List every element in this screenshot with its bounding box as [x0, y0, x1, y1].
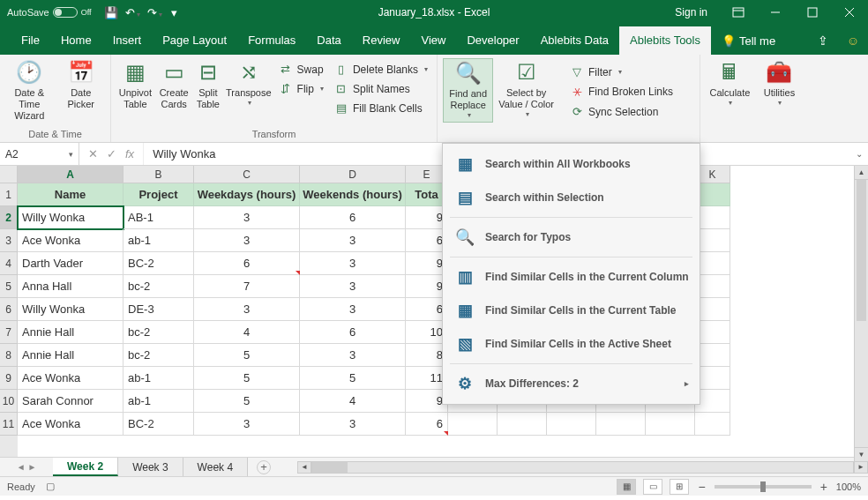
cell[interactable]	[695, 321, 730, 344]
autosave-control[interactable]: AutoSave Off	[0, 7, 99, 18]
cell[interactable]	[695, 206, 730, 229]
cell[interactable]: 5	[300, 367, 406, 390]
cell[interactable]	[498, 413, 547, 436]
dd-similar-active-sheet[interactable]: ▧Find Similar Cells in the Active Sheet	[443, 327, 700, 361]
header-cell[interactable]: Weekends (hours)	[300, 183, 406, 206]
cancel-icon[interactable]: ✕	[88, 147, 98, 160]
header-cell[interactable]	[695, 183, 730, 206]
macro-record-icon[interactable]: ▢	[46, 481, 55, 492]
cell[interactable]	[695, 275, 730, 298]
cell[interactable]: 3	[194, 206, 300, 229]
dd-max-differences[interactable]: ⚙Max Differences: 2▸	[443, 367, 700, 400]
vscroll-thumb[interactable]	[857, 180, 866, 321]
dd-search-all-workbooks[interactable]: ▦Search within All Workbooks	[443, 147, 700, 181]
cell[interactable]	[547, 413, 596, 436]
cell[interactable]: bc-2	[123, 321, 194, 344]
cell[interactable]	[596, 413, 646, 436]
cell[interactable]: Sarah Connor	[18, 390, 123, 413]
zoom-out-button[interactable]: −	[696, 480, 707, 494]
hscroll-right-icon[interactable]: ►	[854, 461, 868, 474]
cell[interactable]: bc-2	[123, 275, 194, 298]
cell[interactable]: 5	[194, 367, 300, 390]
vscroll-up-icon[interactable]: ▲	[855, 166, 868, 180]
cell[interactable]: DE-3	[123, 298, 194, 321]
hscroll-track[interactable]	[311, 461, 854, 474]
flip-button[interactable]: ⇵Flip▾	[275, 80, 327, 97]
cell[interactable]: 6	[194, 252, 300, 275]
smiley-icon[interactable]: ☺	[838, 26, 868, 55]
row-header-5[interactable]: 5	[0, 275, 18, 298]
share-icon[interactable]: ⇪	[808, 26, 838, 55]
cell[interactable]: 3	[300, 275, 406, 298]
split-names-button[interactable]: ⊡Split Names	[331, 80, 431, 97]
cell[interactable]: 4	[300, 390, 406, 413]
cell[interactable]: BC-2	[123, 252, 194, 275]
row-header-7[interactable]: 7	[0, 321, 18, 344]
cell[interactable]: 5	[194, 344, 300, 367]
close-button[interactable]	[831, 0, 868, 25]
select-by-value-color-button[interactable]: ☑Select by Value / Color▾	[497, 58, 556, 121]
vertical-scrollbar[interactable]: ▲ ▼	[854, 166, 868, 461]
swap-button[interactable]: ⇄Swap	[275, 61, 327, 78]
tab-insert[interactable]: Insert	[102, 26, 153, 55]
cell[interactable]: BC-2	[123, 413, 194, 436]
fx-icon[interactable]: fx	[125, 147, 134, 160]
autosave-toggle[interactable]	[53, 7, 78, 18]
row-header-6[interactable]: 6	[0, 298, 18, 321]
cell[interactable]: 3	[300, 298, 406, 321]
cell[interactable]: 3	[300, 229, 406, 252]
unpivot-table-button[interactable]: ▦Unpivot Table	[116, 58, 154, 112]
cell[interactable]: Ace Wonka	[18, 413, 123, 436]
cell[interactable]: Willy Wonka	[18, 298, 123, 321]
sheet-tab-week-2[interactable]: Week 2	[53, 458, 118, 476]
vscroll-down-icon[interactable]: ▼	[855, 447, 868, 461]
cell[interactable]: 3	[194, 413, 300, 436]
cell[interactable]	[695, 367, 730, 390]
create-cards-button[interactable]: ▭Create Cards	[158, 58, 191, 112]
tab-ablebits-data[interactable]: Ablebits Data	[530, 26, 619, 55]
sign-in-link[interactable]: Sign in	[662, 6, 720, 19]
cell[interactable]: 3	[300, 413, 406, 436]
cell[interactable]: 3	[194, 229, 300, 252]
cell[interactable]	[646, 413, 695, 436]
row-header-2[interactable]: 2	[0, 206, 18, 229]
tab-data[interactable]: Data	[306, 26, 351, 55]
page-break-view-button[interactable]: ⊞	[670, 479, 689, 495]
tab-ablebits-tools[interactable]: Ablebits Tools	[619, 26, 711, 55]
cell[interactable]: Anna Hall	[18, 275, 123, 298]
dd-search-within-selection[interactable]: ▤Search within Selection	[443, 181, 700, 214]
name-box-dropdown-icon[interactable]: ▾	[69, 150, 73, 159]
utilities-button[interactable]: 🧰Utilities▾	[758, 58, 801, 109]
cell[interactable]: 6	[406, 413, 448, 436]
cell[interactable]	[695, 252, 730, 275]
cell[interactable]: ab-1	[123, 390, 194, 413]
page-layout-view-button[interactable]: ▭	[643, 479, 662, 495]
date-picker-button[interactable]: 📅Date Picker	[57, 58, 106, 112]
column-header-B[interactable]: B	[123, 166, 194, 183]
maximize-button[interactable]	[794, 0, 831, 25]
row-header-11[interactable]: 11	[0, 413, 18, 436]
transpose-button[interactable]: ⤭Transpose▾	[226, 58, 272, 109]
cell[interactable]: 6	[300, 321, 406, 344]
row-header-4[interactable]: 4	[0, 252, 18, 275]
cell[interactable]	[695, 413, 730, 436]
tab-developer[interactable]: Developer	[456, 26, 529, 55]
tab-view[interactable]: View	[410, 26, 456, 55]
cell[interactable]	[448, 413, 498, 436]
zoom-in-button[interactable]: +	[819, 480, 829, 494]
normal-view-button[interactable]: ▦	[617, 479, 636, 495]
dd-search-for-typos[interactable]: 🔍Search for Typos	[443, 220, 700, 254]
cell[interactable]: AB-1	[123, 206, 194, 229]
find-and-replace-button[interactable]: 🔍Find and Replace▾	[443, 58, 493, 123]
filter-button[interactable]: ▽Filter▾	[566, 63, 694, 80]
sheet-tab-week-4[interactable]: Week 4	[183, 458, 248, 476]
name-box[interactable]: A2▾	[0, 143, 79, 165]
tab-page-layout[interactable]: Page Layout	[152, 26, 237, 55]
calculate-button[interactable]: 🖩Calculate▾	[706, 58, 754, 109]
zoom-slider[interactable]	[715, 485, 812, 489]
header-cell[interactable]: Weekdays (hours)	[194, 183, 300, 206]
row-header-1[interactable]: 1	[0, 183, 18, 206]
cell[interactable]	[695, 298, 730, 321]
header-cell[interactable]: Project	[123, 183, 194, 206]
cell[interactable]: 3	[300, 252, 406, 275]
